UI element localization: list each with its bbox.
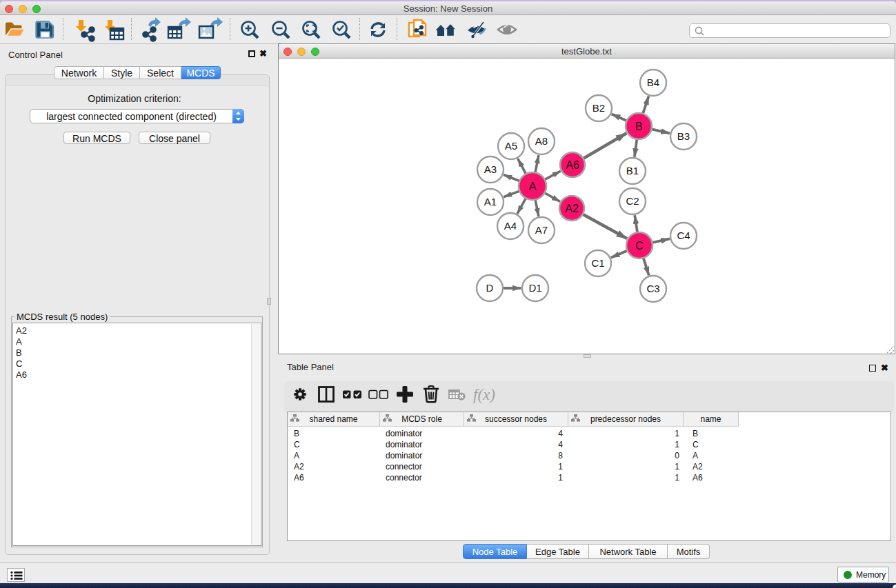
svg-text:f(x): f(x) (473, 386, 495, 403)
svg-text:A7: A7 (535, 224, 548, 236)
svg-text:C3: C3 (646, 283, 659, 294)
svg-text:A5: A5 (505, 140, 517, 152)
svg-text:A6: A6 (566, 159, 579, 171)
svg-text:B2: B2 (593, 102, 605, 114)
svg-text:A8: A8 (535, 135, 548, 147)
svg-text:A4: A4 (504, 220, 517, 232)
svg-text:A: A (529, 181, 537, 192)
svg-text:D1: D1 (528, 282, 541, 294)
svg-text:A2: A2 (565, 203, 579, 214)
svg-text:C4: C4 (677, 230, 690, 241)
svg-text:A3: A3 (484, 163, 497, 175)
svg-text:C1: C1 (591, 257, 604, 269)
svg-text:B: B (635, 121, 643, 132)
svg-text:B1: B1 (626, 165, 639, 176)
svg-text:B3: B3 (677, 130, 690, 142)
svg-text:B4: B4 (647, 77, 659, 88)
svg-text:D: D (486, 282, 494, 294)
svg-text:C: C (635, 240, 644, 252)
svg-text:A1: A1 (484, 196, 497, 207)
svg-text:C2: C2 (626, 195, 639, 207)
